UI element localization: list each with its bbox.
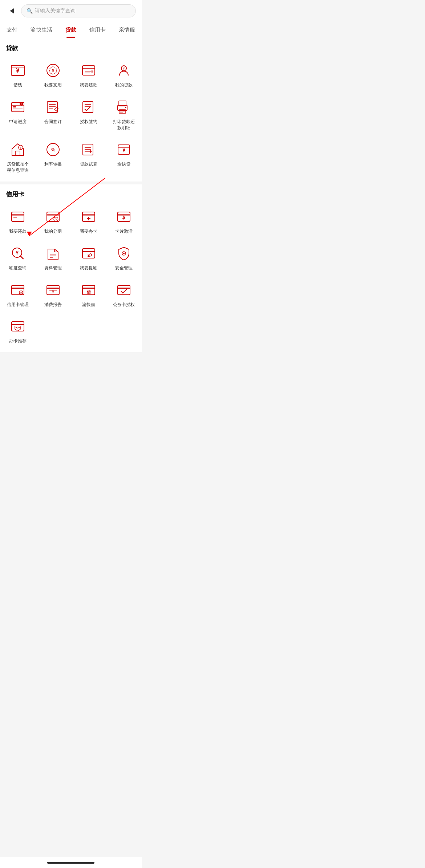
svg-rect-14 bbox=[13, 106, 16, 107]
xinyongka-section-title: 信用卡 bbox=[0, 190, 142, 203]
svg-point-72 bbox=[123, 253, 125, 254]
item-cc-educhaxun[interactable]: ¥ 额度查询 bbox=[0, 240, 36, 276]
item-shouquanqianyue[interactable]: 授权签约 bbox=[71, 93, 106, 136]
icon-daikuanshisuan bbox=[80, 141, 97, 158]
svg-rect-59 bbox=[118, 212, 130, 221]
svg-text:¥: ¥ bbox=[87, 253, 90, 258]
item-wodedaikuan[interactable]: ¥ 我的贷款 bbox=[106, 57, 142, 93]
label-cc-gongwu: 公务卡授权 bbox=[113, 302, 135, 308]
icon-cc-ziliao bbox=[44, 245, 62, 262]
item-jieqian[interactable]: ¥ 借钱 bbox=[0, 57, 36, 93]
label-fangdaiyakou: 房贷抵扣个税信息查询 bbox=[7, 161, 29, 174]
svg-text:¥: ¥ bbox=[52, 68, 55, 73]
label-cc-banka2: 办卡推荐 bbox=[9, 338, 27, 344]
icon-cc-jihuo bbox=[115, 208, 133, 225]
tab-xinyongka[interactable]: 信用卡 bbox=[83, 22, 112, 38]
svg-rect-85 bbox=[118, 285, 130, 295]
svg-rect-6 bbox=[82, 66, 95, 75]
tab-daikuan[interactable]: 贷款 bbox=[59, 22, 83, 38]
label-shenqingjindu: 申请进度 bbox=[9, 119, 27, 125]
icon-cc-fenqi bbox=[44, 208, 62, 225]
icon-cc-xiaofei: ¥ bbox=[44, 281, 62, 299]
label-cc-ziliao: 资料管理 bbox=[44, 265, 62, 271]
label-shouquanqianyue: 授权签约 bbox=[80, 119, 97, 125]
item-liluanzhuanhuan[interactable]: % 利率转换 bbox=[36, 136, 71, 179]
label-jieqian: 借钱 bbox=[13, 82, 22, 88]
label-cc-tiej: 我要提额 bbox=[80, 265, 97, 271]
back-icon bbox=[10, 8, 14, 13]
icon-woyaohuankuan bbox=[80, 62, 97, 79]
icon-dayindaikuan bbox=[115, 98, 133, 116]
item-hetongqianding[interactable]: 合同签订 bbox=[36, 93, 71, 136]
item-cc-yukuaijie[interactable]: 借 渝快借 bbox=[71, 276, 106, 313]
svg-text:¥: ¥ bbox=[16, 250, 19, 256]
header: 🔍 请输入关键字查询 bbox=[0, 0, 142, 22]
item-cc-guanli[interactable]: 信用卡管理 bbox=[0, 276, 36, 313]
svg-point-32 bbox=[125, 107, 126, 108]
label-cc-jihuo: 卡片激活 bbox=[115, 228, 133, 235]
icon-cc-guanli bbox=[9, 281, 27, 299]
icon-wodedaikuan: ¥ bbox=[115, 62, 133, 79]
icon-cc-tiej: ¥ bbox=[80, 245, 97, 262]
item-cc-banka2[interactable]: 办卡推荐 bbox=[0, 313, 36, 349]
label-cc-guanli: 信用卡管理 bbox=[7, 302, 29, 308]
svg-rect-47 bbox=[12, 212, 24, 221]
item-cc-fenqi[interactable]: 我的分期 bbox=[36, 203, 71, 240]
icon-fangdaiyakou: ¥ bbox=[9, 141, 27, 158]
svg-text:¥: ¥ bbox=[52, 290, 54, 294]
item-yukuaidai[interactable]: ¥ 渝快贷 bbox=[106, 136, 142, 179]
icon-cc-educhaxun: ¥ bbox=[9, 245, 27, 262]
icon-liluanzhuanhuan: % bbox=[44, 141, 62, 158]
item-cc-huankuan[interactable]: 我要还款 bbox=[0, 203, 36, 240]
svg-text:¥: ¥ bbox=[123, 67, 125, 70]
label-dayindaikuan: 打印贷款还款明细 bbox=[113, 119, 135, 131]
icon-cc-banka2 bbox=[9, 318, 27, 335]
xinyongka-section: 信用卡 我要还款 bbox=[0, 184, 142, 352]
svg-rect-2 bbox=[11, 67, 24, 68]
search-bar[interactable]: 🔍 请输入关键字查询 bbox=[21, 4, 136, 17]
item-cc-anquan[interactable]: 安全管理 bbox=[106, 240, 142, 276]
svg-line-64 bbox=[20, 256, 23, 259]
item-cc-xiaofei[interactable]: ¥ 消费报告 bbox=[36, 276, 71, 313]
icon-cc-huankuan bbox=[9, 208, 27, 225]
svg-text:¥: ¥ bbox=[16, 68, 19, 74]
svg-text:%: % bbox=[51, 147, 55, 152]
label-cc-banka: 我要办卡 bbox=[80, 228, 97, 235]
tab-qinqing[interactable]: 亲情服 bbox=[112, 22, 142, 38]
item-dayindaikuan[interactable]: 打印贷款还款明细 bbox=[106, 93, 142, 136]
daikuan-section: 贷款 ¥ 借钱 ¥ bbox=[0, 38, 142, 182]
icon-yukuaidai: ¥ bbox=[115, 141, 133, 158]
label-cc-anquan: 安全管理 bbox=[115, 265, 133, 271]
search-icon: 🔍 bbox=[27, 8, 33, 14]
svg-text:借: 借 bbox=[86, 290, 91, 294]
item-woyaoshiyong[interactable]: ¥ 我要支用 bbox=[36, 57, 71, 93]
tab-zhifu[interactable]: 支付 bbox=[0, 22, 24, 38]
tab-yukuai[interactable]: 渝快生活 bbox=[24, 22, 59, 38]
label-cc-fenqi: 我的分期 bbox=[44, 228, 62, 235]
back-button[interactable] bbox=[6, 5, 17, 17]
svg-text:¥: ¥ bbox=[123, 147, 126, 153]
icon-cc-anquan bbox=[115, 245, 133, 262]
item-woyaohuankuan[interactable]: 我要还款 bbox=[71, 57, 106, 93]
item-fangdaiyakou[interactable]: ¥ 房贷抵扣个税信息查询 bbox=[0, 136, 36, 179]
icon-cc-banka bbox=[80, 208, 97, 225]
item-cc-banka[interactable]: 我要办卡 bbox=[71, 203, 106, 240]
item-daikuanshisuan[interactable]: 贷款试算 bbox=[71, 136, 106, 179]
nav-tabs: 支付 渝快生活 贷款 信用卡 亲情服 bbox=[0, 22, 142, 38]
label-cc-educhaxun: 额度查询 bbox=[9, 265, 27, 271]
label-daikuanshisuan: 贷款试算 bbox=[80, 161, 97, 167]
icon-cc-gongwu bbox=[115, 281, 133, 299]
icon-woyaoshiyong: ¥ bbox=[44, 62, 62, 79]
item-cc-tiej[interactable]: ¥ 我要提额 bbox=[71, 240, 106, 276]
item-cc-ziliao[interactable]: 资料管理 bbox=[36, 240, 71, 276]
item-cc-gongwu[interactable]: 公务卡授权 bbox=[106, 276, 142, 313]
item-shenqingjindu[interactable]: ! 申请进度 bbox=[0, 93, 36, 136]
label-cc-yukuaijie: 渝快借 bbox=[82, 302, 95, 308]
daikuan-section-title: 贷款 bbox=[0, 44, 142, 57]
svg-rect-87 bbox=[12, 322, 24, 331]
item-cc-jihuo[interactable]: 卡片激活 bbox=[106, 203, 142, 240]
label-liluanzhuanhuan: 利率转换 bbox=[44, 161, 62, 167]
svg-rect-33 bbox=[16, 151, 20, 155]
svg-text:!: ! bbox=[21, 103, 22, 105]
icon-jieqian: ¥ bbox=[9, 62, 27, 79]
